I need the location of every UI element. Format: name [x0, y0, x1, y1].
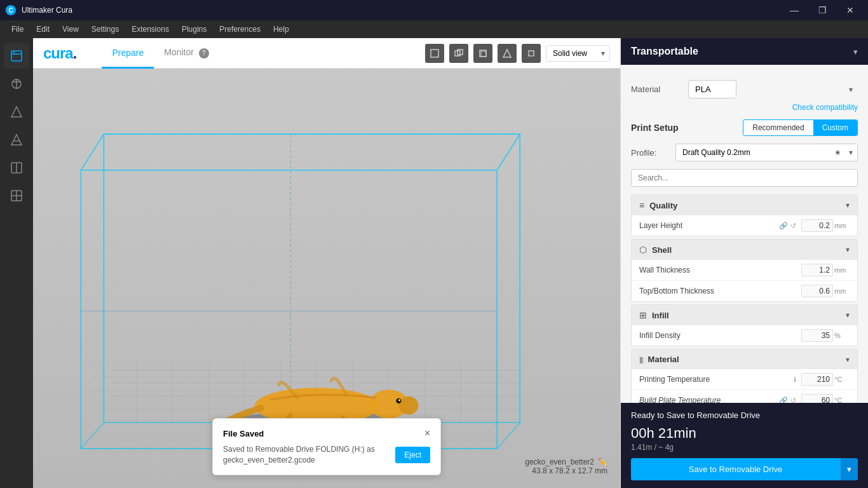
- build-plate-controls: 🔗 ↺: [779, 396, 796, 403]
- toast-message: Saved to Removable Drive FOLDING (H:) as…: [223, 444, 388, 466]
- titlebar: C Ultimaker Cura — ❐ ✕: [0, 0, 868, 20]
- menu-extensions[interactable]: Extensions: [125, 22, 175, 36]
- infill-section-header[interactable]: ⊞ Infill ▾: [632, 305, 857, 325]
- menu-settings[interactable]: Settings: [85, 22, 125, 36]
- printing-temp-controls: ℹ: [794, 376, 796, 384]
- profile-label: Profile:: [631, 148, 675, 158]
- svg-line-55: [474, 423, 497, 449]
- app-title: Ultimaker Cura: [22, 6, 782, 15]
- infill-density-input[interactable]: [801, 329, 833, 342]
- settings-search-input[interactable]: [631, 169, 858, 187]
- printing-temp-info-icon[interactable]: ℹ: [794, 376, 796, 384]
- infill-density-value-wrapper: %: [801, 329, 850, 342]
- quality-section: ≡ Quality ▾ Layer Height 🔗 ↺ mm: [631, 194, 858, 236]
- tab-recommended[interactable]: Recommended: [743, 120, 813, 135]
- toast-body: Saved to Removable Drive FOLDING (H:) as…: [223, 444, 430, 466]
- monitor-help-icon[interactable]: ?: [199, 48, 209, 58]
- sidebar-item-shape1[interactable]: [4, 99, 29, 125]
- menu-preferences[interactable]: Preferences: [213, 22, 267, 36]
- material-select-wrapper: PLA ABS PETG TPU: [688, 80, 858, 98]
- menu-help[interactable]: Help: [267, 22, 295, 36]
- topbottom-unit: mm: [834, 287, 850, 295]
- sidebar-item-materials[interactable]: [4, 71, 29, 97]
- wall-thickness-input[interactable]: [801, 264, 833, 276]
- svg-marker-7: [11, 135, 22, 145]
- printing-temp-label: Printing Temperature: [639, 375, 794, 384]
- view-3d-button[interactable]: [522, 44, 541, 63]
- infill-section: ⊞ Infill ▾ Infill Density %: [631, 304, 858, 346]
- app-logo: cura.: [43, 44, 76, 62]
- infill-chevron: ▾: [846, 311, 850, 320]
- save-dropdown-button[interactable]: ▾: [840, 458, 858, 480]
- toast-title: File Saved: [223, 429, 264, 438]
- menu-view[interactable]: View: [56, 22, 85, 36]
- model-edit-icon[interactable]: ✏️: [598, 458, 607, 466]
- svg-line-54: [441, 423, 464, 449]
- svg-line-45: [146, 423, 169, 449]
- sidebar-item-shape2[interactable]: [4, 127, 29, 152]
- infill-section-body: Infill Density %: [632, 325, 857, 346]
- check-compatibility-link[interactable]: Check compatibility: [792, 103, 858, 112]
- layer-height-link-icon[interactable]: 🔗: [779, 222, 788, 230]
- printing-temp-input[interactable]: [801, 373, 833, 386]
- svg-marker-6: [11, 107, 22, 117]
- shell-section: ⬡ Shell ▾ Wall Thickness mm Top/Bottom T…: [631, 239, 858, 302]
- material-select[interactable]: PLA ABS PETG TPU: [688, 80, 736, 98]
- tab-monitor[interactable]: Monitor ?: [154, 38, 219, 69]
- panel-expand-icon[interactable]: ▾: [853, 47, 858, 57]
- menu-plugins[interactable]: Plugins: [175, 22, 213, 36]
- panel-content: Material PLA ABS PETG TPU Check compatib…: [621, 65, 868, 403]
- close-button[interactable]: ✕: [837, 0, 863, 20]
- maximize-button[interactable]: ❐: [810, 0, 835, 20]
- build-plate-link-icon[interactable]: 🔗: [779, 396, 788, 403]
- view-front-button[interactable]: [425, 44, 444, 63]
- shell-title: Shell: [652, 245, 846, 255]
- layer-height-input[interactable]: [801, 219, 833, 232]
- eject-button[interactable]: Eject: [395, 447, 430, 463]
- menu-file[interactable]: File: [5, 22, 30, 36]
- profile-row: Profile: Draft Quality 0.2mm Standard Qu…: [631, 144, 858, 161]
- sidebar-item-shape3[interactable]: [4, 155, 29, 180]
- profile-select[interactable]: Draft Quality 0.2mm Standard Quality 0.1…: [675, 144, 858, 161]
- save-to-drive-button[interactable]: Save to Removable Drive: [631, 458, 840, 480]
- svg-line-33: [497, 134, 520, 170]
- toast-close-button[interactable]: ×: [424, 428, 430, 439]
- infill-icon: ⊞: [639, 310, 647, 320]
- build-plate-temp-input[interactable]: [801, 394, 833, 403]
- view-iso-button[interactable]: [473, 44, 492, 63]
- svg-text:C: C: [8, 7, 13, 14]
- quality-section-header[interactable]: ≡ Quality ▾: [632, 195, 857, 215]
- viewport[interactable]: File Saved × Saved to Removable Drive FO…: [33, 69, 620, 488]
- shell-section-header[interactable]: ⬡ Shell ▾: [632, 240, 857, 260]
- topbar: cura. Prepare Monitor ?: [33, 38, 620, 69]
- 3d-viewport: File Saved × Saved to Removable Drive FO…: [33, 69, 620, 488]
- svg-line-44: [114, 423, 137, 449]
- topbottom-thickness-label: Top/Bottom Thickness: [639, 287, 801, 295]
- build-plate-reset-icon[interactable]: ↺: [790, 396, 796, 403]
- layer-height-reset-icon[interactable]: ↺: [790, 222, 796, 230]
- menu-edit[interactable]: Edit: [30, 22, 56, 36]
- tab-custom[interactable]: Custom: [813, 120, 857, 135]
- tab-prepare[interactable]: Prepare: [102, 39, 154, 69]
- view-side-button[interactable]: [449, 44, 468, 63]
- quality-title: Quality: [649, 201, 846, 210]
- toast-header: File Saved ×: [223, 428, 430, 439]
- sidebar-item-shape4[interactable]: [4, 183, 29, 208]
- model-info: gecko_even_better2 ✏️ 43.8 x 78.2 x 12.7…: [525, 458, 607, 475]
- minimize-button[interactable]: —: [782, 0, 807, 20]
- layer-height-value-wrapper: mm: [801, 219, 850, 232]
- right-panel: Transportable ▾ Material PLA ABS PETG TP…: [620, 38, 868, 488]
- view-perspective-button[interactable]: [498, 44, 517, 63]
- app-icon: C: [5, 4, 17, 16]
- sidebar-item-files[interactable]: [4, 43, 29, 69]
- infill-density-unit: %: [834, 332, 850, 339]
- material-chevron: ▾: [846, 355, 850, 364]
- layer-height-label: Layer Height: [639, 221, 779, 230]
- profile-star-icon[interactable]: ★: [834, 148, 841, 157]
- material-section-header[interactable]: ||| Material ▾: [632, 349, 857, 369]
- build-plate-temp-label: Build Plate Temperature: [639, 396, 779, 403]
- printing-temp-value-wrapper: °C: [801, 373, 850, 386]
- content-area: cura. Prepare Monitor ?: [33, 38, 620, 488]
- solid-view-dropdown[interactable]: Solid view X-Ray view Layer view: [546, 45, 610, 62]
- topbottom-thickness-input[interactable]: [801, 285, 833, 297]
